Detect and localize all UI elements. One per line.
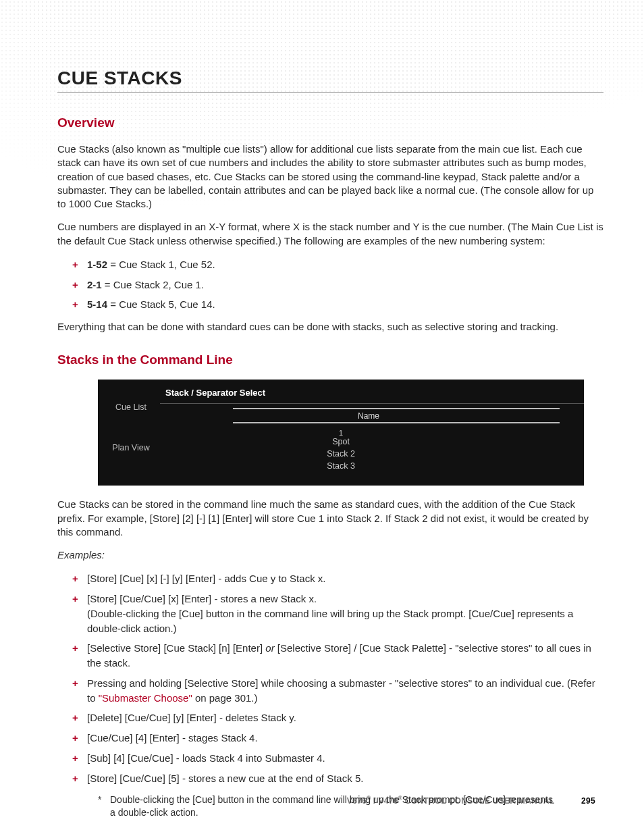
- shot-nav-item: Cue List: [105, 402, 157, 412]
- command-examples-list: [Store] [Cue] [x] [-] [y] [Enter] - adds…: [57, 571, 603, 785]
- list-item: [Store] [Cue/Cue] [5] - stores a new cue…: [72, 771, 603, 786]
- row-name: Spot: [332, 437, 350, 446]
- desc: = Cue Stack 5, Cue 14.: [107, 298, 215, 310]
- list-item: 5-14 = Cue Stack 5, Cue 14.: [72, 297, 603, 312]
- overview-para-3: Everything that can be done with standar…: [57, 320, 603, 334]
- examples-label: Examples:: [57, 548, 603, 562]
- list-item: [Store] [Cue] [x] [-] [y] [Enter] - adds…: [72, 571, 603, 586]
- overview-heading: Overview: [57, 115, 603, 130]
- row-num: 1: [98, 429, 584, 437]
- desc: = Cue Stack 1, Cue 52.: [107, 259, 215, 270]
- page-title: CUE STACKS: [57, 68, 603, 89]
- list-item: [Store] [Cue/Cue] [x] [Enter] - stores a…: [72, 592, 603, 635]
- shot-row: 1 Spot: [98, 429, 584, 446]
- page-content: CUE STACKS Overview Cue Stacks (also kno…: [0, 0, 644, 834]
- list-item: [Cue/Cue] [4] [Enter] - stages Stack 4.: [72, 731, 603, 746]
- list-item: Pressing and holding [Selective Store] w…: [72, 676, 603, 706]
- list-item: 1-52 = Cue Stack 1, Cue 52.: [72, 257, 603, 272]
- desc: = Cue Stack 2, Cue 1.: [102, 279, 204, 290]
- row-name: Stack 2: [327, 449, 355, 459]
- numbering-examples-list: 1-52 = Cue Stack 1, Cue 52. 2-1 = Cue St…: [57, 257, 603, 312]
- shot-header: Stack / Separator Select: [98, 386, 584, 403]
- overview-para-2: Cue numbers are displayed in an X-Y form…: [57, 220, 603, 248]
- footnote: Double-clicking the [Cue] button in the …: [98, 793, 556, 819]
- overview-para-1: Cue Stacks (also known as "multiple cue …: [57, 142, 603, 211]
- shot-left-nav: Cue List Plan View: [105, 402, 157, 484]
- shot-name-header: Name: [165, 408, 572, 423]
- shot-row: Stack 2: [98, 449, 584, 459]
- code: 5-14: [87, 298, 107, 310]
- cmdline-para-1: Cue Stacks can be stored in the command …: [57, 498, 603, 539]
- list-item: 2-1 = Cue Stack 2, Cue 1.: [72, 278, 603, 292]
- shot-nav-item: Plan View: [105, 443, 157, 452]
- code: 1-52: [87, 259, 107, 270]
- title-rule: [57, 92, 603, 93]
- shot-rule: [160, 403, 584, 404]
- stack-select-screenshot: Stack / Separator Select Cue List Plan V…: [98, 380, 584, 486]
- list-item: [Sub] [4] [Cue/Cue] - loads Stack 4 into…: [72, 751, 603, 766]
- row-name: Stack 3: [327, 461, 355, 471]
- shot-row: Stack 3: [98, 461, 584, 471]
- list-item: [Delete] [Cue/Cue] [y] [Enter] - deletes…: [72, 710, 603, 725]
- name-label: Name: [354, 411, 383, 421]
- cmdline-heading: Stacks in the Command Line: [57, 353, 603, 367]
- code: 2-1: [87, 279, 102, 290]
- list-item: [Selective Store] [Cue Stack] [n] [Enter…: [72, 641, 603, 671]
